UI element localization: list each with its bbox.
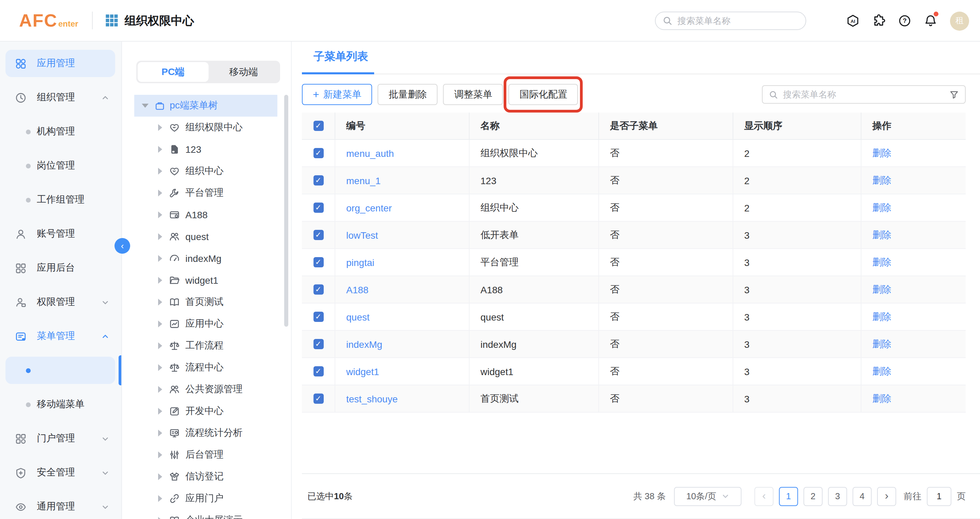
tree-node[interactable]: 应用门户 — [122, 488, 291, 509]
caret-right-icon[interactable] — [158, 146, 162, 153]
menu-code-link[interactable]: lowTest — [346, 230, 378, 240]
tree-node[interactable]: 流程统计分析 — [122, 422, 291, 444]
sidebar-item-account-mgmt[interactable]: 账号管理 — [0, 217, 121, 251]
delete-link[interactable]: 删除 — [872, 338, 891, 350]
row-checkbox[interactable]: ✓ — [313, 148, 323, 158]
row-checkbox[interactable]: ✓ — [313, 230, 323, 240]
create-menu-button[interactable]: +新建菜单 — [302, 84, 372, 105]
sidebar-item-org-mgmt[interactable]: 组织管理 — [0, 80, 121, 115]
avatar[interactable]: 租 — [950, 11, 969, 30]
caret-right-icon[interactable] — [158, 190, 162, 196]
row-checkbox[interactable]: ✓ — [313, 339, 323, 349]
ai-icon[interactable]: AI — [846, 14, 859, 27]
delete-link[interactable]: 删除 — [872, 229, 891, 241]
caret-right-icon[interactable] — [158, 364, 162, 371]
bell-icon[interactable] — [924, 14, 937, 27]
tree-node[interactable]: 首页测试 — [122, 291, 291, 313]
sidebar-item-menu-mgmt[interactable]: 菜单管理 — [0, 319, 121, 353]
page-size-select[interactable]: 10条/页 — [674, 487, 741, 506]
caret-right-icon[interactable] — [158, 517, 162, 519]
caret-right-icon[interactable] — [158, 299, 162, 305]
prev-page-button[interactable]: ‹ — [754, 487, 773, 506]
table-search-input[interactable] — [783, 89, 949, 99]
sidebar-item-workgroup-mgmt[interactable]: 工作组管理 — [0, 183, 121, 217]
caret-right-icon[interactable] — [158, 342, 162, 349]
caret-right-icon[interactable] — [158, 452, 162, 458]
global-search-input[interactable] — [678, 16, 786, 26]
tab-mobile[interactable]: 移动端 — [208, 62, 279, 82]
i18n-config-button[interactable]: 国际化配置 — [509, 84, 578, 105]
page-button-3[interactable]: 3 — [828, 487, 847, 506]
tree-node[interactable]: 平台管理 — [122, 182, 291, 204]
tree-node[interactable]: 应用中心 — [122, 313, 291, 335]
tree-node[interactable]: 组织中心 — [122, 160, 291, 182]
next-page-button[interactable]: › — [877, 487, 896, 506]
menu-code-link[interactable]: menu_1 — [346, 175, 380, 186]
global-search[interactable] — [655, 11, 806, 30]
sidebar-item-institution-mgmt[interactable]: 机构管理 — [0, 115, 121, 149]
row-checkbox[interactable]: ✓ — [313, 203, 323, 213]
menu-code-link[interactable]: menu_auth — [346, 148, 394, 158]
caret-right-icon[interactable] — [158, 277, 162, 284]
tree-node[interactable]: 后台管理 — [122, 444, 291, 466]
tree-node[interactable]: 工作流程 — [122, 335, 291, 357]
tree-node[interactable]: 组织权限中心 — [122, 117, 291, 139]
caret-right-icon[interactable] — [158, 430, 162, 436]
caret-right-icon[interactable] — [158, 408, 162, 415]
delete-link[interactable]: 删除 — [872, 393, 891, 405]
sidebar-collapse-button[interactable]: ‹ — [115, 238, 130, 254]
caret-right-icon[interactable] — [158, 233, 162, 240]
tree-scrollbar[interactable] — [284, 95, 288, 327]
sidebar-item-app-backend[interactable]: 应用后台 — [0, 251, 121, 285]
caret-right-icon[interactable] — [158, 386, 162, 393]
caret-right-icon[interactable] — [158, 255, 162, 262]
sidebar-item-security-mgmt[interactable]: 安全管理 — [0, 455, 121, 490]
tree-node[interactable]: 流程中心 — [122, 357, 291, 378]
adjust-menu-button[interactable]: 调整菜单 — [443, 84, 503, 105]
sidebar-item-mobile-menu[interactable]: 移动端菜单 — [0, 387, 121, 422]
filter-icon[interactable] — [949, 90, 959, 99]
sidebar-item-portal-mgmt[interactable]: 门户管理 — [0, 422, 121, 455]
row-checkbox[interactable]: ✓ — [313, 284, 323, 295]
delete-link[interactable]: 删除 — [872, 283, 891, 295]
page-button-2[interactable]: 2 — [803, 487, 822, 506]
menu-code-link[interactable]: quest — [346, 311, 370, 322]
caret-right-icon[interactable] — [158, 495, 162, 502]
sidebar-item-app-mgmt[interactable]: 应用管理 — [0, 46, 121, 80]
select-all-checkbox[interactable]: ✓ — [313, 121, 323, 131]
tree-node[interactable]: 123 — [122, 139, 291, 160]
delete-link[interactable]: 删除 — [872, 365, 891, 377]
delete-link[interactable]: 删除 — [872, 256, 891, 268]
menu-code-link[interactable]: A188 — [346, 284, 368, 295]
page-button-1[interactable]: 1 — [779, 487, 798, 506]
row-checkbox[interactable]: ✓ — [313, 175, 323, 185]
caret-right-icon[interactable] — [158, 168, 162, 175]
delete-link[interactable]: 删除 — [872, 311, 891, 323]
tree-node[interactable]: 企业大屏演示 — [122, 509, 291, 519]
tree-node[interactable]: indexMg — [122, 248, 291, 269]
batch-delete-button[interactable]: 批量删除 — [378, 84, 438, 105]
row-checkbox[interactable]: ✓ — [313, 393, 323, 404]
menu-code-link[interactable]: org_center — [346, 202, 392, 213]
plugin-icon[interactable] — [872, 14, 885, 27]
caret-right-icon[interactable] — [158, 473, 162, 480]
jump-page-input[interactable] — [927, 487, 951, 506]
caret-right-icon[interactable] — [158, 124, 162, 131]
menu-code-link[interactable]: pingtai — [346, 257, 374, 268]
delete-link[interactable]: 删除 — [872, 147, 891, 159]
menu-code-link[interactable]: test_shouye — [346, 393, 398, 404]
tree-root-node[interactable]: pc端菜单树 — [134, 95, 277, 117]
tree-node[interactable]: quest — [122, 226, 291, 248]
sidebar-item-general-mgmt[interactable]: 通用管理 — [0, 490, 121, 519]
sidebar-item-pc-menu[interactable]: pc端菜单 — [0, 353, 121, 387]
menu-code-link[interactable]: indexMg — [346, 339, 382, 350]
tab-pc[interactable]: PC端 — [138, 62, 208, 82]
help-icon[interactable]: ? — [898, 14, 911, 27]
table-search[interactable] — [762, 85, 966, 104]
menu-code-link[interactable]: widget1 — [346, 366, 379, 377]
tree-node[interactable]: 开发中心 — [122, 400, 291, 422]
tree-node[interactable]: 公共资源管理 — [122, 378, 291, 400]
row-checkbox[interactable]: ✓ — [313, 312, 323, 322]
tree-node[interactable]: 信访登记 — [122, 466, 291, 488]
delete-link[interactable]: 删除 — [872, 174, 891, 187]
